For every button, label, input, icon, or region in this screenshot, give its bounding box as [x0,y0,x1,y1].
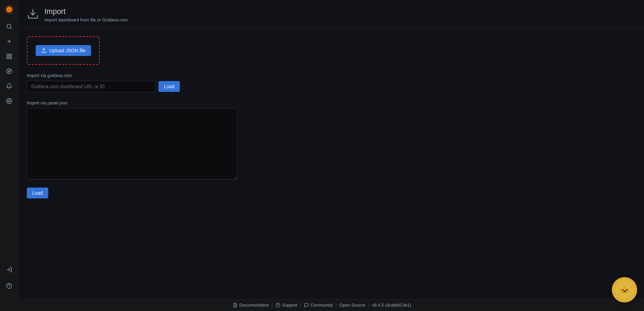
page-header: Import Import dashboard from file or Gra… [19,0,644,28]
page-title: Import [44,7,128,17]
sidebar-item-alerting[interactable] [2,79,16,93]
grafana-load-button[interactable]: Load [158,81,180,92]
import-icon [27,7,39,21]
svg-point-5 [7,24,11,28]
page-subtitle: Import dashboard from file or Grafana.co… [44,17,128,22]
sidebar-item-dashboards[interactable] [2,50,16,63]
sidebar-item-configuration[interactable] [2,94,16,108]
footer-separator-4: | [368,303,369,308]
upload-json-button[interactable]: Upload JSON file [36,45,91,56]
svg-line-6 [10,27,11,28]
decorative-mascot: 🐱 [612,277,637,303]
panel-json-textarea[interactable] [27,108,237,179]
footer-version: v8.4.5 (4cafe613e1) [372,303,411,308]
svg-rect-12 [10,57,12,59]
sidebar-item-help[interactable] [2,279,16,293]
grafana-logo[interactable] [2,3,16,16]
svg-marker-14 [8,70,10,72]
sidebar [0,0,19,299]
sidebar-item-explore[interactable] [2,64,16,78]
import-via-grafana-section: Import via grafana.com Load [27,73,636,92]
footer-documentation-link[interactable]: Documentation [233,303,269,308]
page-header-text: Import Import dashboard from file or Gra… [44,7,128,22]
grafana-url-input[interactable] [27,81,156,92]
import-via-panel-json-section: Import via panel json [27,100,636,179]
sidebar-item-signin[interactable] [2,263,16,276]
svg-rect-11 [7,57,8,59]
page-body: Upload JSON file Import via grafana.com … [19,28,644,299]
footer-opensource-link[interactable]: Open Source [339,303,365,308]
panel-load-button[interactable]: Load [27,188,48,198]
svg-point-13 [7,69,12,74]
svg-rect-2 [7,9,8,11]
footer: Documentation | Support | Community | Op… [0,299,644,311]
svg-point-15 [8,100,10,102]
footer-separator-1: | [272,303,273,308]
footer-separator-2: | [300,303,301,308]
main-content: Import Import dashboard from file or Gra… [19,0,644,299]
sidebar-item-search[interactable] [2,20,16,33]
panel-json-label: Import via panel json [27,100,636,105]
svg-rect-4 [9,8,10,9]
svg-rect-3 [10,9,11,11]
footer-separator-3: | [336,303,337,308]
sidebar-item-create[interactable] [2,35,16,48]
svg-point-1 [8,7,10,8]
upload-drop-zone: Upload JSON file [27,36,100,65]
grafana-import-label: Import via grafana.com [27,73,636,78]
svg-rect-9 [7,54,8,56]
grafana-import-row: Load [27,81,636,92]
svg-rect-10 [10,54,12,56]
footer-community-link[interactable]: Community [304,303,333,308]
footer-support-link[interactable]: Support [276,303,298,308]
